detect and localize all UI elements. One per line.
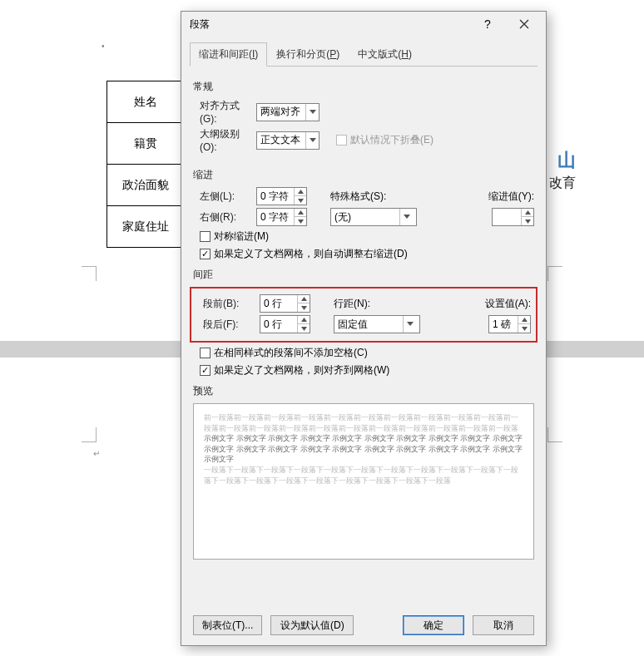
linespacing-combo[interactable] (334, 315, 420, 333)
outline-combo[interactable] (256, 131, 320, 150)
at-label: 设置值(A): (485, 297, 531, 311)
spin-up-icon[interactable] (295, 188, 306, 196)
spin-down-icon[interactable] (295, 196, 306, 205)
outline-label: 大纲级别(O): (193, 127, 256, 153)
cancel-button[interactable]: 取消 (473, 615, 534, 635)
tab-indent-spacing[interactable]: 缩进和间距(I) (190, 42, 267, 67)
checkbox-checked-icon (200, 365, 211, 376)
indent-by-label: 缩进值(Y): (488, 190, 534, 204)
outline-input[interactable] (257, 132, 305, 149)
tab-asian-typography[interactable]: 中文版式(H) (349, 42, 421, 67)
spin-up-icon[interactable] (522, 209, 533, 217)
alignment-input[interactable] (257, 104, 305, 121)
special-combo[interactable] (330, 208, 417, 226)
grid-indent-checkbox[interactable]: 如果定义了文档网格，则自动调整右缩进(D) (193, 247, 534, 261)
para-mark-icon: ↵ (93, 449, 100, 458)
special-label: 特殊格式(S): (330, 190, 404, 204)
before-input[interactable] (260, 295, 297, 312)
help-button[interactable]: ? (469, 12, 506, 36)
spin-up-icon[interactable] (298, 316, 310, 324)
margin-corner (547, 266, 567, 286)
section-indent: 缩进 (193, 168, 534, 182)
linespacing-input[interactable] (334, 316, 403, 333)
right-indent-spinner[interactable] (256, 208, 307, 226)
chevron-down-icon[interactable] (399, 209, 413, 225)
linespacing-label: 行距(N): (334, 297, 407, 311)
tab-line-page-breaks[interactable]: 换行和分页(P) (267, 42, 349, 67)
spin-down-icon[interactable] (518, 324, 530, 333)
chevron-down-icon[interactable] (305, 132, 319, 149)
dialog-title: 段落 (190, 17, 469, 32)
nospace-checkbox[interactable]: 在相同样式的段落间不添加空格(C) (193, 346, 534, 360)
section-general: 常规 (193, 80, 534, 94)
margin-corner (77, 266, 97, 286)
chevron-down-icon[interactable] (305, 104, 319, 121)
before-label: 段前(B): (196, 297, 260, 311)
spin-down-icon[interactable] (298, 324, 310, 333)
checkbox-checked-icon (200, 249, 211, 259)
alignment-combo[interactable] (256, 103, 320, 121)
spin-up-icon[interactable] (518, 316, 530, 324)
spin-up-icon[interactable] (295, 209, 306, 217)
button-bar: 制表位(T)... 设为默认值(D) 确定 取消 (181, 607, 546, 645)
checkbox-icon (200, 231, 211, 242)
titlebar: 段落 ? (181, 12, 546, 37)
left-indent-spinner[interactable] (256, 187, 307, 205)
cell-political: 政治面貌 (107, 165, 184, 206)
checkbox-icon (336, 135, 347, 146)
indent-by-input[interactable] (493, 209, 521, 225)
before-spinner[interactable] (260, 294, 310, 313)
indent-by-spinner[interactable] (492, 208, 534, 226)
alignment-label: 对齐方式(G): (193, 99, 256, 125)
paragraph-dialog: 段落 ? 缩进和间距(I) 换行和分页(P) 中文版式(H) 常规 对齐方式(G… (181, 11, 547, 646)
margin-corner (547, 422, 567, 442)
cell-origin: 籍贯 (107, 123, 184, 165)
ok-button[interactable]: 确定 (403, 615, 464, 635)
collapse-checkbox: 默认情况下折叠(E) (329, 133, 433, 147)
bg-logo: 山 (557, 148, 577, 173)
chevron-down-icon[interactable] (403, 316, 416, 333)
at-spinner[interactable] (488, 315, 531, 333)
spin-up-icon[interactable] (298, 295, 310, 303)
left-indent-input[interactable] (257, 188, 294, 205)
spin-down-icon[interactable] (522, 217, 533, 225)
at-input[interactable] (489, 316, 518, 333)
close-icon (519, 19, 529, 29)
after-label: 段后(F): (196, 318, 260, 332)
left-indent-label: 左侧(L): (193, 190, 256, 204)
section-preview: 预览 (193, 384, 534, 398)
spin-down-icon[interactable] (298, 303, 310, 312)
dialog-body: 常规 对齐方式(G): 大纲级别(O): 默认情况下折叠(E) 缩进 左侧(L)… (181, 67, 546, 607)
grid-align-checkbox[interactable]: 如果定义了文档网格，则对齐到网格(W) (193, 363, 534, 377)
para-mark-icon: • (102, 42, 105, 51)
mirror-indent-checkbox[interactable]: 对称缩进(M) (193, 229, 534, 244)
cell-name: 姓名 (107, 81, 184, 123)
special-input[interactable] (331, 209, 399, 225)
tabs-button[interactable]: 制表位(T)... (193, 615, 262, 635)
bg-logo-sub: 改育 (549, 175, 576, 192)
right-indent-label: 右侧(R): (193, 210, 256, 224)
tab-strip: 缩进和间距(I) 换行和分页(P) 中文版式(H) (190, 42, 537, 67)
section-spacing: 间距 (193, 268, 534, 282)
checkbox-icon (200, 348, 211, 358)
set-default-button[interactable]: 设为默认值(D) (270, 615, 354, 635)
spin-down-icon[interactable] (295, 217, 306, 225)
bg-form-table: 姓名 籍贯 政治面貌 家庭住址 (107, 81, 184, 248)
cell-address: 家庭住址 (107, 206, 184, 248)
highlighted-region: 段前(B): 行距(N): 设置值(A): 段后(F): (190, 287, 537, 343)
after-spinner[interactable] (260, 315, 310, 333)
after-input[interactable] (260, 316, 297, 333)
close-button[interactable] (506, 12, 542, 36)
right-indent-input[interactable] (257, 209, 294, 225)
preview-pane: 前一段落前一段落前一段落前一段落前一段落前一段落前一段落前一段落前一段落前一段落… (193, 403, 534, 560)
margin-corner (77, 422, 97, 442)
